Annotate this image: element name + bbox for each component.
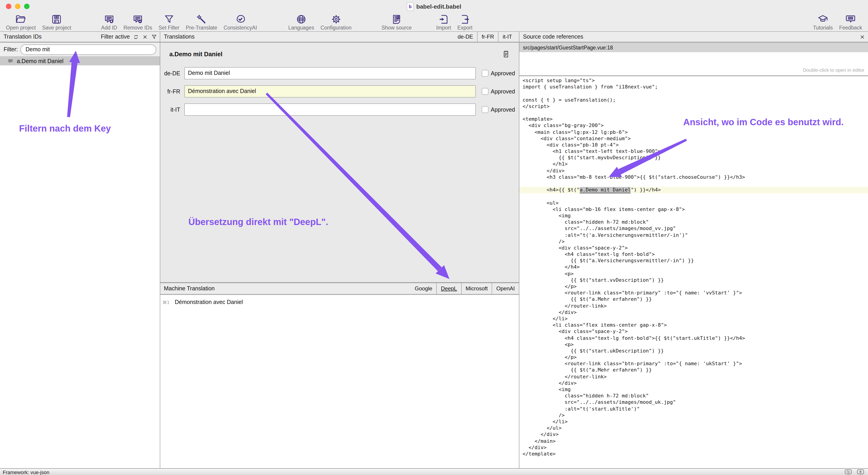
machine-translation-header: Machine Translation GoogleDeepLMicrosoft… xyxy=(160,282,519,295)
code-line: <p> xyxy=(519,341,868,348)
translation-id-item[interactable]: a.Demo mit Daniel xyxy=(0,57,160,65)
language-tabs: de-DEfr-FRit-IT xyxy=(454,32,516,42)
translation-ids-title: Translation IDs xyxy=(4,34,41,40)
machine-translation-results: ⌘1Démonstration avec Daniel xyxy=(160,295,519,468)
translation-row-de-DE: de-DEDemo mit DanielApproved xyxy=(160,67,519,79)
translation-input-fr-FR[interactable]: Démonstration avec Daniel xyxy=(184,85,476,98)
toolbar-item-save-project[interactable]: Save project xyxy=(39,13,74,30)
gear-icon xyxy=(330,13,342,25)
code-line: <h4 class="text-lg font-bold">{{ $t("sta… xyxy=(519,335,868,341)
toolbar-item-tutorials[interactable]: Tutorials xyxy=(810,13,836,30)
code-line: const { t } = useTranslation(); xyxy=(519,97,868,103)
brain-check-icon xyxy=(235,13,246,25)
translation-row-fr-FR: fr-FRDémonstration avec DanielApproved xyxy=(160,85,519,98)
approved-checkbox-de-DE[interactable] xyxy=(482,70,489,77)
code-line: <h1 class="text-left text-blue-900"> xyxy=(519,148,868,155)
toolbar-item-open-project[interactable]: Open project xyxy=(3,13,39,30)
zoom-window-button[interactable] xyxy=(24,4,30,9)
clear-filter-icon[interactable] xyxy=(142,34,148,40)
code-line: <h4 class="text-lg font-bold"> xyxy=(519,251,868,258)
code-line: <div class="container-medium"> xyxy=(519,135,868,142)
lang-tab-de-DE[interactable]: de-DE xyxy=(454,32,477,42)
toolbar-item-set-filter[interactable]: Set Filter xyxy=(155,13,183,30)
funnel-icon[interactable] xyxy=(151,34,157,40)
code-line xyxy=(519,180,868,187)
approved-checkbox-fr-FR[interactable] xyxy=(482,88,489,95)
code-line: src="../../assets/images/mood_vv.jpg" xyxy=(519,226,868,232)
whats-new-bubble-icon[interactable] xyxy=(844,469,852,475)
close-source-panel-icon[interactable] xyxy=(859,34,865,40)
translations-header: Translations de-DEfr-FRit-IT xyxy=(160,32,519,43)
folder-open-icon xyxy=(15,13,27,25)
toolbar-item-remove-ids[interactable]: Remove IDs xyxy=(120,13,155,30)
babel-file-icon: b xyxy=(407,2,413,11)
refresh-icon[interactable] xyxy=(133,34,139,40)
toolbar-item-label: Configuration xyxy=(320,25,351,30)
code-line: </p> xyxy=(519,283,868,290)
document-eye-icon xyxy=(391,13,402,25)
entry-note-icon[interactable] xyxy=(503,50,509,58)
code-line: :alt="t('a.Versicherungsvermittler/-in')… xyxy=(519,232,868,238)
source-code-view: <script setup lang="ts">import { useTran… xyxy=(519,76,868,468)
code-line xyxy=(519,110,868,116)
translations-title: Translations xyxy=(164,34,194,40)
source-references-header: Source code references xyxy=(519,32,868,43)
toolbar-item-add-id[interactable]: Add ID xyxy=(98,13,120,30)
approved-checkbox-it-IT[interactable] xyxy=(482,106,489,113)
code-line: {{ $t("a.Versicherungsvermittler/-in") }… xyxy=(519,258,868,264)
toolbar-item-configuration[interactable]: Configuration xyxy=(317,13,355,30)
lang-tab-fr-FR[interactable]: fr-FR xyxy=(477,32,498,42)
mt-engine-microsoft[interactable]: Microsoft xyxy=(461,283,492,294)
code-line: <router-link class="btn-primary" :to="{ … xyxy=(519,361,868,367)
translation-input-it-IT[interactable] xyxy=(184,103,476,116)
funnel-icon xyxy=(163,13,175,25)
app-window: b babel-edit.babel Open projectSave proj… xyxy=(0,0,868,475)
traffic-lights xyxy=(6,4,30,9)
translation-rows: de-DEDemo mit DanielApprovedfr-FRDémonst… xyxy=(160,67,519,116)
source-file-reference[interactable]: src/pages/start/GuestStartPage.vue:18 xyxy=(519,43,868,52)
toolbar-item-show-source[interactable]: Show source xyxy=(378,13,415,30)
code-line: <ul> xyxy=(519,200,868,206)
code-line: </h1> xyxy=(519,161,868,168)
translation-id-bubble-icon xyxy=(7,58,13,64)
code-line: </router-link> xyxy=(519,303,868,309)
translations-panel: Translations de-DEfr-FRit-IT a.Demo mit … xyxy=(160,32,519,468)
code-line: <img xyxy=(519,213,868,219)
highlighted-translation-id: a.Demo mit Daniel xyxy=(580,187,631,193)
mt-engine-deepl[interactable]: DeepL xyxy=(436,283,461,294)
code-line: {{ $t("a.Mehr erfahren") }} xyxy=(519,297,868,303)
lang-tab-it-IT[interactable]: it-IT xyxy=(498,32,516,42)
code-line: </div> xyxy=(519,380,868,386)
translation-input-de-DE[interactable]: Demo mit Daniel xyxy=(184,67,476,79)
toolbar-item-feedback[interactable]: Feedback xyxy=(836,13,865,30)
mt-engine-google[interactable]: Google xyxy=(411,283,436,294)
toolbar-item-export[interactable]: Export xyxy=(454,13,476,30)
toolbar-item-pre-translate[interactable]: Pre-Translate xyxy=(183,13,221,30)
code-line: <img xyxy=(519,386,868,393)
rate-app-bubble-icon[interactable] xyxy=(857,469,864,475)
machine-translation-title: Machine Translation xyxy=(164,285,215,292)
code-line: </div> xyxy=(519,444,868,451)
toolbar-item-label: Tutorials xyxy=(813,25,833,30)
toolbar-item-languages[interactable]: Languages xyxy=(285,13,317,30)
toolbar-item-label: Pre-Translate xyxy=(186,25,217,30)
toolbar-item-label: Feedback xyxy=(839,25,862,30)
code-line: </li> xyxy=(519,316,868,322)
code-line: </div> xyxy=(519,432,868,438)
feedback-bubble-icon xyxy=(845,13,856,25)
mt-result-row[interactable]: ⌘1Démonstration avec Daniel xyxy=(160,298,519,306)
status-bar: Framework: vue-json xyxy=(0,468,868,475)
filter-input[interactable]: Demo mit xyxy=(21,44,156,55)
code-line: :alt="t('start.ukTitle')" xyxy=(519,406,868,412)
entry-head: a.Demo mit Daniel xyxy=(160,43,519,58)
code-line: </main> xyxy=(519,438,868,444)
toolbar-item-import[interactable]: Import xyxy=(433,13,454,30)
toolbar-item-label: Add ID xyxy=(101,25,117,30)
mt-engine-openai[interactable]: OpenAI xyxy=(492,283,519,294)
minimize-window-button[interactable] xyxy=(15,4,21,9)
translation-row-lang-label: fr-FR xyxy=(160,88,180,95)
toolbar-item-consistency-ai[interactable]: ConsistencyAI xyxy=(220,13,260,30)
window-title-text: babel-edit.babel xyxy=(416,3,461,10)
code-line: <router-link class="btn-primary" :to="{ … xyxy=(519,290,868,296)
close-window-button[interactable] xyxy=(6,4,11,9)
